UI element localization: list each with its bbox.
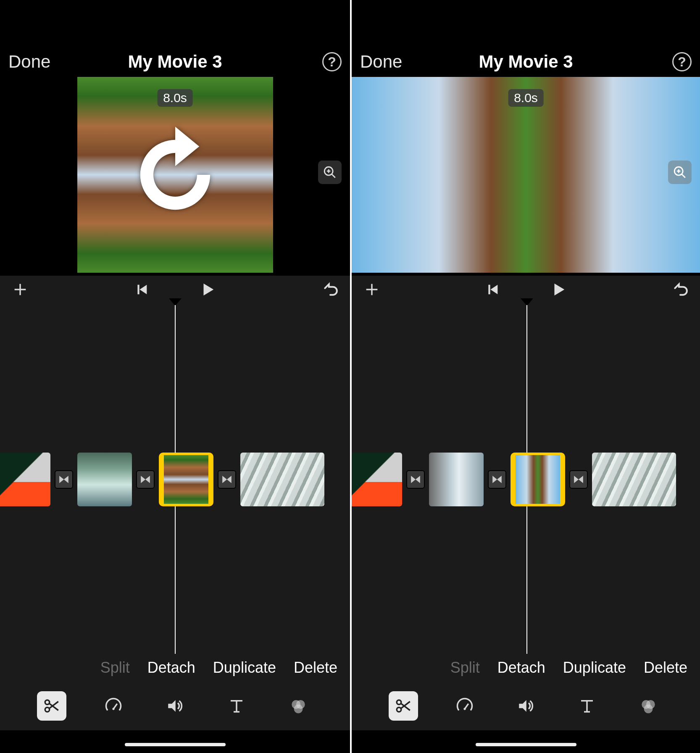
svg-marker-8 xyxy=(203,284,213,296)
project-title: My Movie 3 xyxy=(479,52,573,72)
home-indicator[interactable] xyxy=(125,743,226,746)
svg-marker-40 xyxy=(416,476,420,483)
svg-point-28 xyxy=(294,705,303,714)
svg-marker-41 xyxy=(492,476,497,483)
timeline-clip[interactable] xyxy=(77,453,132,506)
play-button[interactable] xyxy=(200,282,216,299)
transition-button[interactable] xyxy=(406,470,425,489)
skip-back-icon xyxy=(486,282,500,297)
preview-area[interactable]: 8.0s xyxy=(0,76,350,273)
scissors-icon xyxy=(395,697,412,715)
tool-scissors[interactable] xyxy=(37,691,66,721)
transition-button[interactable] xyxy=(488,470,506,489)
svg-marker-39 xyxy=(411,476,416,483)
transition-button[interactable] xyxy=(569,470,588,489)
timeline-clip[interactable] xyxy=(429,453,484,506)
tool-text[interactable] xyxy=(572,691,602,721)
timeline-clip-selected[interactable] xyxy=(511,453,565,506)
phone-left: Done My Movie 3 ? 8.0s xyxy=(0,0,350,753)
zoom-button[interactable] xyxy=(318,161,342,184)
undo-button[interactable] xyxy=(322,282,338,299)
tool-scissors[interactable] xyxy=(389,691,418,721)
skip-to-start-button[interactable] xyxy=(135,282,149,298)
done-button[interactable]: Done xyxy=(8,52,50,72)
svg-marker-10 xyxy=(59,476,64,483)
tool-filters[interactable] xyxy=(634,691,663,721)
text-icon xyxy=(578,697,596,715)
transition-icon xyxy=(221,474,232,485)
tool-speed[interactable] xyxy=(450,691,479,721)
header: Done My Movie 3 ? xyxy=(0,45,350,78)
delete-action[interactable]: Delete xyxy=(294,659,337,677)
detach-action[interactable]: Detach xyxy=(147,659,195,677)
clip-duration-badge: 8.0s xyxy=(508,89,544,107)
help-button[interactable]: ? xyxy=(672,52,692,71)
tool-text[interactable] xyxy=(222,691,251,721)
home-indicator[interactable] xyxy=(476,743,576,746)
svg-marker-15 xyxy=(227,476,232,483)
svg-marker-22 xyxy=(168,700,176,712)
done-button[interactable]: Done xyxy=(360,52,402,72)
edit-toolbar xyxy=(0,682,350,730)
clips-row xyxy=(0,452,350,507)
duplicate-action[interactable]: Duplicate xyxy=(213,659,276,677)
filters-icon xyxy=(289,697,307,715)
timeline-clip[interactable] xyxy=(350,453,402,506)
svg-marker-51 xyxy=(519,700,527,712)
svg-marker-7 xyxy=(139,285,147,295)
svg-marker-44 xyxy=(579,476,583,483)
edit-toolbar xyxy=(352,682,700,730)
text-icon xyxy=(228,697,245,715)
filters-icon xyxy=(639,697,657,715)
transition-button[interactable] xyxy=(55,470,73,489)
undo-button[interactable] xyxy=(672,282,688,299)
help-button[interactable]: ? xyxy=(322,52,342,71)
svg-line-30 xyxy=(682,174,685,178)
duplicate-action[interactable]: Duplicate xyxy=(563,659,626,677)
skip-to-start-button[interactable] xyxy=(486,282,500,298)
undo-icon xyxy=(672,282,688,298)
timeline[interactable] xyxy=(352,305,700,654)
tool-volume[interactable] xyxy=(160,691,189,721)
speaker-icon xyxy=(517,697,534,715)
play-button[interactable] xyxy=(550,282,566,299)
skip-back-icon xyxy=(135,282,149,297)
transition-icon xyxy=(410,474,421,485)
preview-area[interactable]: 8.0s xyxy=(352,76,700,273)
svg-point-50 xyxy=(463,708,466,710)
play-icon xyxy=(550,282,566,298)
transition-icon xyxy=(492,474,503,485)
plus-icon xyxy=(363,281,380,298)
add-media-button[interactable] xyxy=(12,281,29,300)
plus-icon xyxy=(12,281,29,298)
svg-marker-12 xyxy=(141,476,145,483)
svg-marker-42 xyxy=(497,476,502,483)
tool-speed[interactable] xyxy=(99,691,128,721)
undo-icon xyxy=(322,282,338,298)
clip-actions-bar: Split Detach Duplicate Delete xyxy=(352,654,700,682)
svg-point-21 xyxy=(112,708,114,710)
timeline-clip[interactable] xyxy=(0,453,50,506)
magnify-plus-icon xyxy=(323,165,337,179)
phone-right: Done My Movie 3 ? 8.0s xyxy=(350,0,700,753)
svg-marker-14 xyxy=(222,476,227,483)
timeline-clip-selected[interactable] xyxy=(159,453,213,506)
tool-filters[interactable] xyxy=(284,691,313,721)
clip-duration-badge: 8.0s xyxy=(157,89,193,107)
split-action: Split xyxy=(100,659,130,677)
speedometer-icon xyxy=(105,697,122,715)
transition-button[interactable] xyxy=(136,470,155,489)
project-title: My Movie 3 xyxy=(128,52,222,72)
detach-action[interactable]: Detach xyxy=(497,659,545,677)
timeline[interactable] xyxy=(0,305,350,654)
tool-volume[interactable] xyxy=(511,691,540,721)
zoom-button[interactable] xyxy=(668,161,692,184)
delete-action[interactable]: Delete xyxy=(644,659,687,677)
scissors-icon xyxy=(43,697,61,715)
transition-button[interactable] xyxy=(218,470,236,489)
svg-marker-36 xyxy=(490,285,497,295)
svg-marker-43 xyxy=(574,476,579,483)
add-media-button[interactable] xyxy=(363,281,380,300)
timeline-clip[interactable] xyxy=(240,453,324,506)
timeline-clip[interactable] xyxy=(592,453,676,506)
